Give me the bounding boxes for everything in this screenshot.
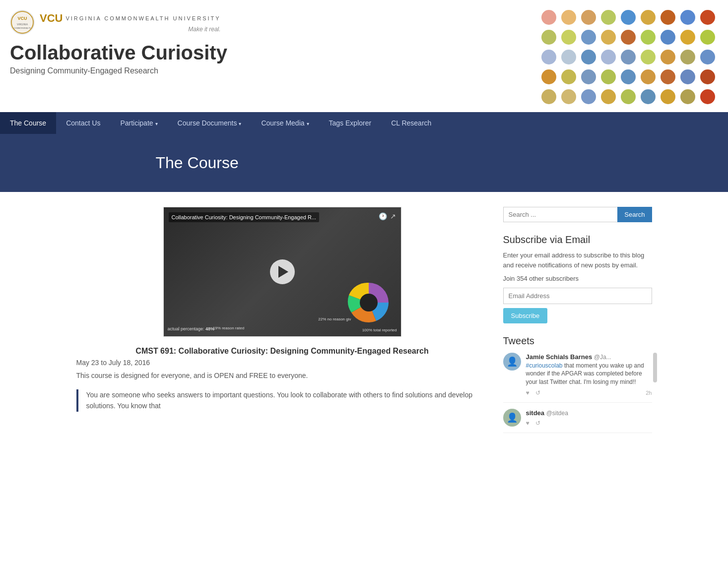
course-quote: You are someone who seeks answers to imp…	[76, 389, 488, 412]
decorative-dot	[601, 30, 616, 45]
hero-heading: The Course	[66, 154, 662, 172]
subscriber-count: Join 354 other subscribers	[503, 274, 652, 284]
nav-item-tags-explorer[interactable]: Tags Explorer	[319, 112, 382, 134]
video-clock-icon: 🕐	[379, 212, 387, 220]
decorative-dot	[621, 50, 636, 64]
decorative-dot	[541, 50, 556, 64]
decorative-dot	[541, 30, 556, 45]
tweet-retweet-button[interactable]: ↺	[535, 389, 540, 396]
search-widget: Search	[503, 207, 652, 222]
tweets-container: 👤Jamie Schials Barnes @Ja...#curiouscola…	[503, 353, 652, 433]
nav-link[interactable]: Course Documents▾	[168, 112, 252, 134]
nav-item-contact-us[interactable]: Contact Us	[56, 112, 110, 134]
tweet-hashtag-link[interactable]: #curiouscolab	[526, 362, 563, 369]
quote-text: You are someone who seeks answers to imp…	[86, 391, 473, 410]
decorative-dot	[561, 69, 576, 84]
decorative-dot	[661, 10, 675, 25]
video-thumbnail[interactable]: Collaborative Curiosity: Designing Commu…	[164, 207, 401, 336]
site-title[interactable]: Collaborative Curiosity	[10, 42, 227, 63]
nav-link[interactable]: CL Research	[381, 112, 441, 134]
decorative-dot	[581, 50, 596, 64]
decorative-dot	[680, 69, 695, 84]
avatar-icon: 👤	[503, 409, 521, 427]
search-input[interactable]	[503, 207, 618, 222]
decorative-dot	[680, 89, 695, 104]
tweet-heart-button[interactable]: ♥	[526, 420, 529, 427]
site-subtitle: Designing Community-Engaged Research	[10, 66, 227, 75]
nav-item-course-media[interactable]: Course Media▾	[251, 112, 319, 134]
decorative-dot	[541, 69, 556, 84]
course-dates: May 23 to July 18, 2016	[76, 359, 488, 367]
tweet-retweet-button[interactable]: ↺	[535, 420, 540, 427]
course-info: CMST 691: Collaborative Curiosity: Desig…	[76, 347, 488, 379]
header-left: VCU VIRGINIA COMMONWEALTH VCU VIRGINIA C…	[10, 5, 227, 75]
tweet-avatar: 👤	[503, 353, 521, 371]
main-nav: The CourseContact UsParticipate▾Course D…	[0, 112, 728, 134]
decorative-dot	[641, 69, 656, 84]
tweets-widget: Tweets 👤Jamie Schials Barnes @Ja...#curi…	[503, 335, 652, 433]
vcu-logo-area: VCU VIRGINIA COMMONWEALTH VCU VIRGINIA C…	[10, 10, 227, 35]
decorative-dot	[680, 50, 695, 64]
decorative-dot	[621, 89, 636, 104]
tweet-time: 2h	[646, 390, 652, 396]
decorative-dot	[601, 89, 616, 104]
decorative-dot	[661, 30, 675, 45]
subscribe-title: Subscribe via Email	[503, 234, 652, 246]
decorative-dot	[661, 69, 675, 84]
nav-link[interactable]: Tags Explorer	[319, 112, 382, 134]
decorative-dot	[621, 30, 636, 45]
nav-item-participate[interactable]: Participate▾	[110, 112, 167, 134]
tweet-actions: ♥↺2h	[526, 389, 652, 396]
decorative-dot	[561, 50, 576, 64]
avatar-icon: 👤	[503, 353, 521, 371]
decorative-dot	[621, 69, 636, 84]
chevron-down-icon: ▾	[155, 121, 158, 126]
tweet-handle: @sitdea	[546, 410, 568, 417]
nav-list: The CourseContact UsParticipate▾Course D…	[0, 112, 728, 134]
decorative-dot	[680, 30, 695, 45]
vcu-wordmark: VCU VIRGINIA COMMONWEALTH UNIVERSITY Mak…	[40, 12, 221, 33]
nav-link[interactable]: Participate▾	[110, 112, 167, 134]
tweet-avatar: 👤	[503, 409, 521, 427]
tweet-heart-button[interactable]: ♥	[526, 389, 529, 396]
scrollbar[interactable]	[653, 353, 657, 382]
nav-link[interactable]: Course Media▾	[251, 112, 319, 134]
video-stat-1: actual percentage: 48%	[168, 325, 215, 332]
course-title: CMST 691: Collaborative Curiosity: Desig…	[76, 347, 488, 356]
svg-point-1	[11, 11, 33, 33]
video-share-icon: ↗	[390, 212, 396, 220]
decorative-dot	[700, 30, 715, 45]
video-stat-2: 19% reason rated	[213, 325, 244, 332]
decorative-dot	[561, 89, 576, 104]
tweet-content: Jamie Schials Barnes @Ja...#curiouscolab…	[526, 353, 652, 396]
email-input[interactable]	[503, 288, 652, 304]
nav-item-the-course[interactable]: The Course	[0, 112, 56, 134]
nav-item-course-documents[interactable]: Course Documents▾	[168, 112, 252, 134]
nav-item-cl-research[interactable]: CL Research	[381, 112, 441, 134]
decorative-dot	[561, 30, 576, 45]
course-description: This course is designed for everyone, an…	[76, 372, 488, 379]
tweet-item: 👤Jamie Schials Barnes @Ja...#curiouscola…	[503, 353, 652, 403]
tweet-author: sitdea @sitdea	[526, 409, 568, 417]
decorative-dot	[700, 89, 715, 104]
hero-band: The Course	[0, 134, 728, 192]
nav-link[interactable]: Contact Us	[56, 112, 110, 134]
decorative-dot	[700, 50, 715, 64]
svg-text:VIRGINIA: VIRGINIA	[17, 23, 28, 26]
subscribe-description: Enter your email address to subscribe to…	[503, 250, 652, 270]
video-stat-4: 100% total reported	[362, 328, 397, 332]
nav-link[interactable]: The Course	[0, 112, 56, 134]
decorative-dot	[541, 89, 556, 104]
subscribe-button[interactable]: Subscribe	[503, 308, 548, 323]
decorative-dot	[601, 50, 616, 64]
decorative-dot	[581, 10, 596, 25]
video-pie-chart	[346, 280, 391, 326]
chevron-down-icon: ▾	[307, 121, 309, 126]
video-container: Collaborative Curiosity: Designing Commu…	[163, 207, 401, 337]
video-play-button[interactable]	[270, 259, 295, 284]
svg-text:COMMONWEALTH: COMMONWEALTH	[13, 27, 31, 29]
decorative-dot	[581, 89, 596, 104]
main-content: Collaborative Curiosity: Designing Commu…	[66, 207, 662, 439]
tweet-content: sitdea @sitdea♥↺	[526, 409, 652, 427]
search-button[interactable]: Search	[617, 207, 652, 222]
